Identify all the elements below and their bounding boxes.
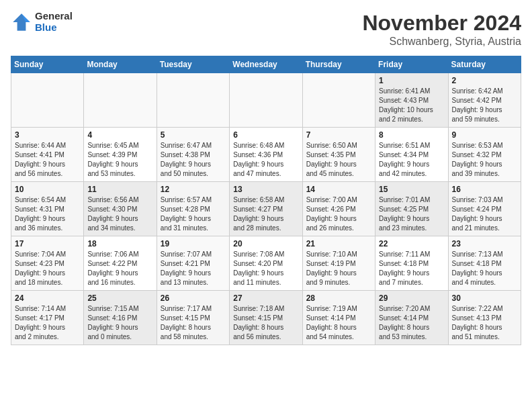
calendar-cell: 20Sunrise: 7:08 AM Sunset: 4:20 PM Dayli… — [230, 236, 302, 291]
calendar-cell: 21Sunrise: 7:10 AM Sunset: 4:19 PM Dayli… — [302, 236, 375, 291]
day-number: 29 — [379, 293, 444, 303]
calendar-cell: 17Sunrise: 7:04 AM Sunset: 4:23 PM Dayli… — [11, 236, 84, 291]
header: General Blue November 2024 Schwanberg, S… — [11, 11, 521, 48]
day-info: Sunrise: 6:44 AM Sunset: 4:41 PM Dayligh… — [15, 141, 80, 179]
day-info: Sunrise: 7:00 AM Sunset: 4:26 PM Dayligh… — [306, 195, 371, 233]
day-info: Sunrise: 7:07 AM Sunset: 4:21 PM Dayligh… — [161, 250, 226, 287]
subtitle: Schwanberg, Styria, Austria — [362, 36, 521, 48]
weekday-header-sunday: Sunday — [11, 56, 84, 73]
day-number: 5 — [161, 130, 226, 140]
calendar-cell: 27Sunrise: 7:18 AM Sunset: 4:15 PM Dayli… — [230, 291, 302, 345]
calendar-cell: 16Sunrise: 7:03 AM Sunset: 4:24 PM Dayli… — [448, 182, 521, 236]
day-info: Sunrise: 7:17 AM Sunset: 4:15 PM Dayligh… — [161, 304, 226, 342]
logo-icon — [11, 11, 32, 33]
day-info: Sunrise: 7:06 AM Sunset: 4:22 PM Dayligh… — [87, 250, 152, 287]
day-number: 20 — [233, 239, 298, 248]
day-number: 26 — [161, 293, 226, 303]
day-number: 30 — [452, 293, 517, 303]
calendar-cell: 26Sunrise: 7:17 AM Sunset: 4:15 PM Dayli… — [157, 291, 229, 345]
calendar-cell — [11, 73, 84, 128]
calendar-cell: 18Sunrise: 7:06 AM Sunset: 4:22 PM Dayli… — [84, 236, 157, 291]
main-title: November 2024 — [362, 11, 521, 36]
day-number: 17 — [15, 239, 80, 248]
day-info: Sunrise: 6:58 AM Sunset: 4:27 PM Dayligh… — [233, 195, 298, 233]
calendar-cell: 30Sunrise: 7:22 AM Sunset: 4:13 PM Dayli… — [448, 291, 521, 345]
day-number: 12 — [161, 185, 226, 194]
day-info: Sunrise: 6:42 AM Sunset: 4:42 PM Dayligh… — [452, 87, 517, 124]
calendar-cell: 3Sunrise: 6:44 AM Sunset: 4:41 PM Daylig… — [11, 128, 84, 182]
day-number: 6 — [233, 130, 298, 140]
calendar-cell: 22Sunrise: 7:11 AM Sunset: 4:18 PM Dayli… — [375, 236, 448, 291]
calendar-cell: 13Sunrise: 6:58 AM Sunset: 4:27 PM Dayli… — [230, 182, 302, 236]
logo: General Blue — [11, 11, 73, 33]
day-number: 4 — [87, 130, 152, 140]
logo-general: General — [35, 11, 73, 22]
day-number: 22 — [379, 239, 444, 248]
day-number: 28 — [306, 293, 371, 303]
day-info: Sunrise: 6:47 AM Sunset: 4:38 PM Dayligh… — [161, 141, 226, 179]
calendar-cell: 7Sunrise: 6:50 AM Sunset: 4:35 PM Daylig… — [302, 128, 375, 182]
day-info: Sunrise: 7:15 AM Sunset: 4:16 PM Dayligh… — [87, 304, 152, 342]
day-number: 25 — [87, 293, 152, 303]
calendar-cell — [302, 73, 375, 128]
weekday-header-monday: Monday — [84, 56, 157, 73]
calendar-cell: 25Sunrise: 7:15 AM Sunset: 4:16 PM Dayli… — [84, 291, 157, 345]
day-info: Sunrise: 6:48 AM Sunset: 4:36 PM Dayligh… — [233, 141, 298, 179]
calendar-table: SundayMondayTuesdayWednesdayThursdayFrid… — [11, 56, 521, 345]
calendar-cell: 24Sunrise: 7:14 AM Sunset: 4:17 PM Dayli… — [11, 291, 84, 345]
day-info: Sunrise: 6:45 AM Sunset: 4:39 PM Dayligh… — [87, 141, 152, 179]
weekday-header-row: SundayMondayTuesdayWednesdayThursdayFrid… — [11, 56, 521, 73]
logo-text: General Blue — [35, 11, 73, 33]
day-number: 15 — [379, 185, 444, 194]
calendar-cell: 1Sunrise: 6:41 AM Sunset: 4:43 PM Daylig… — [375, 73, 448, 128]
calendar-cell — [230, 73, 302, 128]
day-number: 19 — [161, 239, 226, 248]
day-info: Sunrise: 7:20 AM Sunset: 4:14 PM Dayligh… — [379, 304, 444, 342]
calendar-cell: 19Sunrise: 7:07 AM Sunset: 4:21 PM Dayli… — [157, 236, 229, 291]
calendar-cell: 10Sunrise: 6:54 AM Sunset: 4:31 PM Dayli… — [11, 182, 84, 236]
day-info: Sunrise: 7:18 AM Sunset: 4:15 PM Dayligh… — [233, 304, 298, 342]
title-area: November 2024 Schwanberg, Styria, Austri… — [362, 11, 521, 48]
day-number: 10 — [15, 185, 80, 194]
day-info: Sunrise: 7:19 AM Sunset: 4:14 PM Dayligh… — [306, 304, 371, 342]
calendar-week-row: 3Sunrise: 6:44 AM Sunset: 4:41 PM Daylig… — [11, 128, 521, 182]
day-number: 3 — [15, 130, 80, 140]
calendar-cell: 11Sunrise: 6:56 AM Sunset: 4:30 PM Dayli… — [84, 182, 157, 236]
calendar-cell: 5Sunrise: 6:47 AM Sunset: 4:38 PM Daylig… — [157, 128, 229, 182]
day-number: 9 — [452, 130, 517, 140]
weekday-header-saturday: Saturday — [448, 56, 521, 73]
weekday-header-wednesday: Wednesday — [230, 56, 302, 73]
day-number: 23 — [452, 239, 517, 248]
day-number: 13 — [233, 185, 298, 194]
calendar-cell: 2Sunrise: 6:42 AM Sunset: 4:42 PM Daylig… — [448, 73, 521, 128]
day-info: Sunrise: 7:04 AM Sunset: 4:23 PM Dayligh… — [15, 250, 80, 287]
calendar-cell: 9Sunrise: 6:53 AM Sunset: 4:32 PM Daylig… — [448, 128, 521, 182]
calendar-week-row: 10Sunrise: 6:54 AM Sunset: 4:31 PM Dayli… — [11, 182, 521, 236]
calendar-cell — [84, 73, 157, 128]
day-number: 1 — [379, 76, 444, 85]
day-info: Sunrise: 6:54 AM Sunset: 4:31 PM Dayligh… — [15, 195, 80, 233]
calendar-cell: 8Sunrise: 6:51 AM Sunset: 4:34 PM Daylig… — [375, 128, 448, 182]
day-number: 14 — [306, 185, 371, 194]
calendar-week-row: 24Sunrise: 7:14 AM Sunset: 4:17 PM Dayli… — [11, 291, 521, 345]
day-info: Sunrise: 7:03 AM Sunset: 4:24 PM Dayligh… — [452, 195, 517, 233]
day-number: 16 — [452, 185, 517, 194]
weekday-header-thursday: Thursday — [302, 56, 375, 73]
day-info: Sunrise: 6:56 AM Sunset: 4:30 PM Dayligh… — [87, 195, 152, 233]
day-number: 27 — [233, 293, 298, 303]
weekday-header-tuesday: Tuesday — [157, 56, 229, 73]
day-info: Sunrise: 7:14 AM Sunset: 4:17 PM Dayligh… — [15, 304, 80, 342]
calendar-cell: 6Sunrise: 6:48 AM Sunset: 4:36 PM Daylig… — [230, 128, 302, 182]
calendar-week-row: 1Sunrise: 6:41 AM Sunset: 4:43 PM Daylig… — [11, 73, 521, 128]
day-number: 8 — [379, 130, 444, 140]
day-number: 7 — [306, 130, 371, 140]
weekday-header-friday: Friday — [375, 56, 448, 73]
day-info: Sunrise: 7:08 AM Sunset: 4:20 PM Dayligh… — [233, 250, 298, 287]
day-number: 21 — [306, 239, 371, 248]
calendar-cell: 15Sunrise: 7:01 AM Sunset: 4:25 PM Dayli… — [375, 182, 448, 236]
day-number: 2 — [452, 76, 517, 85]
day-info: Sunrise: 7:13 AM Sunset: 4:18 PM Dayligh… — [452, 250, 517, 287]
day-info: Sunrise: 6:53 AM Sunset: 4:32 PM Dayligh… — [452, 141, 517, 179]
calendar-week-row: 17Sunrise: 7:04 AM Sunset: 4:23 PM Dayli… — [11, 236, 521, 291]
day-number: 11 — [87, 185, 152, 194]
